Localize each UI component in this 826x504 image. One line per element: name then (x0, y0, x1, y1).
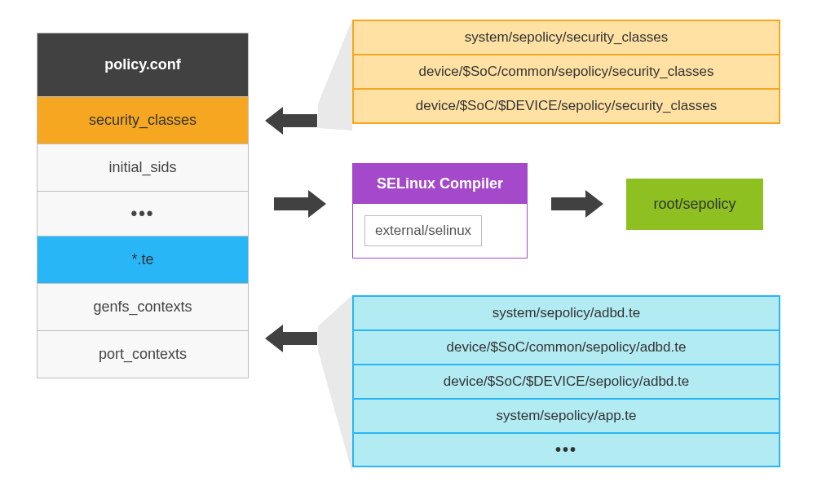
svg-marker-5 (265, 325, 317, 352)
te-row: system/sepolicy/adbd.te (354, 297, 779, 331)
policy-row-port: port_contexts (38, 331, 248, 378)
compiler-box: SELinux Compiler external/selinux (352, 163, 528, 259)
svg-marker-1 (318, 295, 352, 473)
policy-row-ellipsis: ••• (38, 192, 248, 237)
te-row-ellipsis: ••• (354, 434, 779, 466)
policy-row-security-classes: security_classes (38, 97, 248, 144)
sec-row: device/$SoC/$DEVICE/sepolicy/security_cl… (354, 90, 779, 122)
te-row: device/$SoC/common/sepolicy/adbd.te (354, 331, 779, 365)
te-row: device/$SoC/$DEVICE/sepolicy/adbd.te (354, 365, 779, 400)
policy-row-genfs: genfs_contexts (38, 284, 248, 331)
policy-row-te: *.te (38, 237, 248, 284)
te-row: system/sepolicy/app.te (354, 400, 779, 434)
policy-stack: policy.conf security_classes initial_sid… (37, 33, 249, 378)
svg-marker-0 (318, 20, 352, 130)
sec-row: system/sepolicy/security_classes (354, 21, 779, 55)
sec-row: device/$SoC/common/sepolicy/security_cla… (354, 55, 779, 90)
security-classes-table: system/sepolicy/security_classes device/… (352, 20, 780, 124)
arrow-left-icon (265, 104, 317, 137)
policy-row-initial-sids: initial_sids (38, 144, 248, 192)
svg-marker-3 (274, 190, 326, 218)
svg-marker-4 (551, 190, 603, 218)
arrow-left-icon (265, 322, 317, 355)
policy-header: policy.conf (38, 33, 248, 97)
compiler-title: SELinux Compiler (353, 164, 527, 204)
arrow-right-icon (274, 188, 326, 220)
te-table: system/sepolicy/adbd.te device/$SoC/comm… (352, 295, 780, 467)
compiler-path: external/selinux (364, 215, 482, 246)
output-box: root/sepolicy (626, 179, 763, 230)
svg-marker-2 (265, 107, 317, 135)
arrow-right-icon (551, 188, 603, 220)
